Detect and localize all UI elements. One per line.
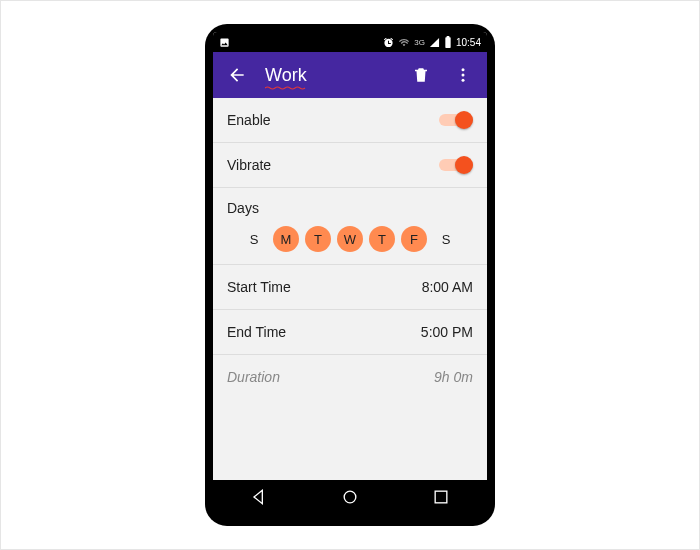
duration-label: Duration [227,367,434,387]
svg-point-1 [462,74,465,77]
signal-icon [429,37,440,48]
days-label: Days [227,200,473,216]
nav-recent-icon [431,487,451,507]
svg-point-0 [462,68,465,71]
spellcheck-underline [265,86,307,90]
enable-row[interactable]: Enable [213,98,487,143]
wifi-icon [398,37,410,48]
day-wed[interactable]: W [337,226,363,252]
svg-point-2 [462,79,465,82]
end-time-row[interactable]: End Time 5:00 PM [213,310,487,355]
duration-value: 9h 0m [434,369,473,385]
trash-icon [412,66,430,84]
start-time-row[interactable]: Start Time 8:00 AM [213,265,487,310]
status-bar: 3G 10:54 [213,32,487,52]
back-arrow-icon [227,65,247,85]
back-button[interactable] [223,61,251,89]
day-tue[interactable]: T [305,226,331,252]
svg-rect-4 [435,491,447,503]
delete-button[interactable] [407,61,435,89]
more-vert-icon [454,66,472,84]
days-row: Days S M T W T F S [213,188,487,265]
day-sat[interactable]: S [433,226,459,252]
page-title: Work [265,65,307,86]
nav-home-icon [340,487,360,507]
start-time-label: Start Time [227,277,422,297]
battery-icon [444,36,452,48]
settings-list: Enable Vibrate Days S M T W T [213,98,487,480]
nav-home-button[interactable] [340,487,360,511]
system-nav-bar [213,480,487,518]
network-label: 3G [414,38,425,47]
overflow-menu-button[interactable] [449,61,477,89]
day-thu[interactable]: T [369,226,395,252]
vibrate-label: Vibrate [227,155,439,175]
enable-toggle[interactable] [439,111,473,129]
vibrate-toggle[interactable] [439,156,473,174]
day-mon[interactable]: M [273,226,299,252]
clock: 10:54 [456,37,481,48]
page-title-text: Work [265,65,307,85]
day-fri[interactable]: F [401,226,427,252]
alarm-icon [383,37,394,48]
app-bar: Work [213,52,487,98]
vibrate-row[interactable]: Vibrate [213,143,487,188]
start-time-value: 8:00 AM [422,279,473,295]
day-sun[interactable]: S [241,226,267,252]
enable-label: Enable [227,110,439,130]
duration-row: Duration 9h 0m [213,355,487,399]
svg-point-3 [344,491,356,503]
nav-back-button[interactable] [249,487,269,511]
nav-recent-button[interactable] [431,487,451,511]
screen: 3G 10:54 Work Enable [213,32,487,480]
phone-frame: 3G 10:54 Work Enable [205,24,495,526]
image-notification-icon [219,37,230,48]
end-time-value: 5:00 PM [421,324,473,340]
nav-back-icon [249,487,269,507]
days-picker: S M T W T F S [227,226,473,252]
end-time-label: End Time [227,322,421,342]
